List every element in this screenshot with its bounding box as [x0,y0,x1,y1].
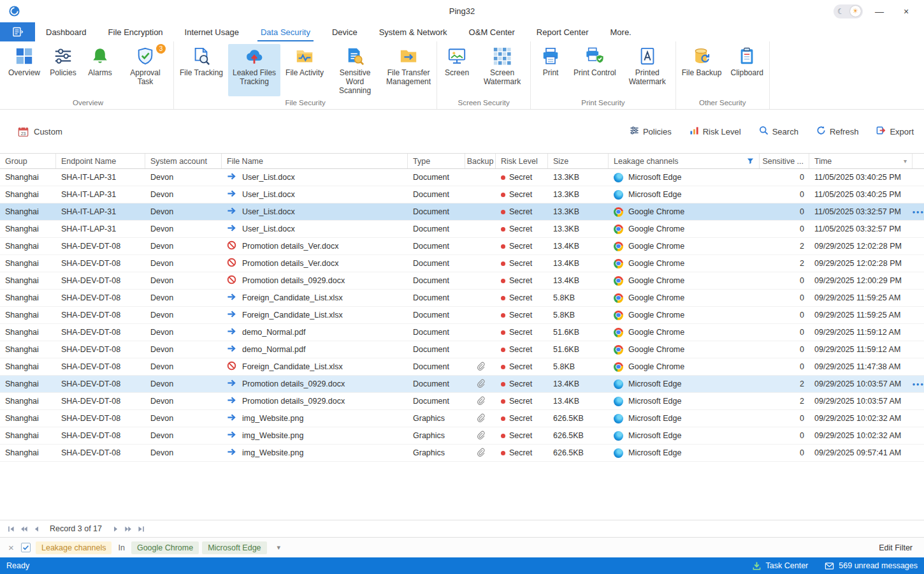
table-row[interactable]: ShanghaiSHA-DEV-DT-08DevonPromotion deta… [0,238,924,255]
column-header-type[interactable]: Type [408,154,465,168]
task-center-button[interactable]: Task Center [752,561,809,571]
table-row[interactable]: ShanghaiSHA-IT-LAP-31DevonUser_List.docx… [0,203,924,221]
table-row[interactable]: ShanghaiSHA-DEV-DT-08DevonPromotion deta… [0,376,924,393]
file-backup-icon [692,47,711,66]
next-fast-icon[interactable] [122,523,134,534]
column-header-group[interactable]: Group [0,154,56,168]
column-header-endpoint-name[interactable]: Endpoint Name [56,154,145,168]
ribbon-button-print-control[interactable]: Print Control [570,44,620,96]
ribbon-button-screen-watermark[interactable]: Screen Watermark [476,44,528,96]
policies-small-icon [630,126,639,137]
policies-button[interactable]: Policies [630,126,672,137]
tab-system-network[interactable]: System & Network [368,22,458,41]
tab-o-m-center[interactable]: O&M Center [458,22,526,41]
cell-leakage-channel: Microsoft Edge [609,445,760,461]
table-row[interactable]: ShanghaiSHA-IT-LAP-31DevonUser_List.docx… [0,221,924,238]
outgoing-arrow-icon [227,430,236,441]
table-row[interactable]: ShanghaiSHA-DEV-DT-08DevonPromotion deta… [0,393,924,410]
filter-field-tag[interactable]: Leakage channels [36,541,112,554]
column-header-leakage-channels[interactable]: Leakage channels [609,154,760,168]
table-empty-area [0,462,924,520]
row-menu-dots[interactable]: ●●● [913,209,924,215]
table-row[interactable]: ShanghaiSHA-IT-LAP-31DevonUser_List.docx… [0,169,924,186]
table-row[interactable]: ShanghaiSHA-DEV-DT-08Devonimg_Website.pn… [0,410,924,427]
column-header-risk-level[interactable]: Risk Level [496,154,548,168]
cell-leakage-channel: Microsoft Edge [609,169,760,186]
table-row[interactable]: ShanghaiSHA-DEV-DT-08Devonimg_Website.pn… [0,445,924,462]
cell-size: 13.3KB [548,169,609,186]
cell-leakage-channel: Google Chrome [609,324,760,341]
row-menu-dots[interactable]: ●●● [913,381,924,387]
prev-page-icon[interactable] [31,523,42,534]
tab-file-encryption[interactable]: File Encryption [97,22,174,41]
tab-device[interactable]: Device [321,22,368,41]
column-header-backup[interactable]: Backup [465,154,496,168]
ribbon-button-sensitive-word-scanning[interactable]: Sensitive Word Scanning [329,44,381,96]
close-button[interactable]: × [896,3,916,20]
search-button[interactable]: Search [759,126,798,137]
column-header-size[interactable]: Size [548,154,609,168]
ribbon-button-approval-task[interactable]: Approval Task3 [119,44,171,96]
ribbon-button-file-transfer-management[interactable]: File Transfer Management [382,44,435,96]
ribbon-button-label: Print [543,68,559,77]
edit-filter-button[interactable]: Edit Filter [879,543,918,552]
table-row[interactable]: ShanghaiSHA-DEV-DT-08Devonimg_Website.pn… [0,427,924,445]
cell-backup [465,169,496,186]
ribbon-group-other-security: File BackupClipboardOther Security [676,41,770,109]
ribbon-button-overview[interactable]: Overview [4,44,44,96]
filter-dropdown-caret-icon[interactable]: ▾ [277,543,281,552]
table-row[interactable]: ShanghaiSHA-DEV-DT-08DevonForeign_Candid… [0,290,924,307]
minimize-button[interactable]: — [869,3,890,20]
tab-dashboard[interactable]: Dashboard [35,22,97,41]
tab-data-security[interactable]: Data Security [250,22,321,41]
filter-funnel-icon[interactable] [747,158,754,165]
export-button[interactable]: Export [876,126,914,137]
ribbon-button-screen[interactable]: Screen [439,44,475,96]
task-center-icon [752,561,762,571]
custom-label: Custom [34,127,62,136]
prev-fast-icon[interactable] [18,523,29,534]
column-filter-caret-icon[interactable]: ▾ [904,158,907,165]
ribbon-button-leaked-files-tracking[interactable]: Leaked Files Tracking [228,44,280,96]
column-header-file-name[interactable]: File Name [222,154,408,168]
table-row[interactable]: ShanghaiSHA-DEV-DT-08DevonForeign_Candid… [0,358,924,376]
column-header-system-account[interactable]: System account [145,154,222,168]
ribbon-button-print[interactable]: Print [533,44,568,96]
table-row[interactable]: ShanghaiSHA-DEV-DT-08Devondemo_Normal.pd… [0,324,924,341]
tab-internet-usage[interactable]: Internet Usage [174,22,250,41]
file-transfer-management-icon [399,47,418,66]
ribbon-button-alarms[interactable]: Alarms [82,44,118,96]
refresh-button[interactable]: Refresh [816,126,859,137]
theme-toggle[interactable]: ☾ ☀ [834,4,863,18]
first-page-icon[interactable] [5,523,17,534]
column-header-time[interactable]: Time ▾ [809,154,913,168]
cell-endpoint-name: SHA-DEV-DT-08 [56,445,145,461]
tab-more[interactable]: More. [600,22,642,41]
ribbon-button-policies[interactable]: Policies [45,44,81,96]
custom-date-range-button[interactable]: 23 Custom [18,126,62,137]
table-row[interactable]: ShanghaiSHA-DEV-DT-08DevonPromotion deta… [0,272,924,290]
ribbon-button-printed-watermark[interactable]: Printed Watermark [621,44,674,96]
table-row[interactable]: ShanghaiSHA-IT-LAP-31DevonUser_List.docx… [0,186,924,203]
ribbon-button-file-tracking[interactable]: File Tracking [176,44,227,96]
remove-filter-icon[interactable]: × [6,543,16,552]
ribbon-button-file-backup[interactable]: File Backup [678,44,726,96]
main-menu-button[interactable] [0,22,35,41]
ribbon-button-clipboard[interactable]: Clipboard [726,44,767,96]
table-row[interactable]: ShanghaiSHA-DEV-DT-08Devondemo_Normal.pd… [0,341,924,358]
filter-enabled-checkbox[interactable] [21,543,31,552]
next-page-icon[interactable] [110,523,121,534]
filter-value-tag[interactable]: Microsoft Edge [202,541,266,554]
cell-size: 13.4KB [548,238,609,254]
last-page-icon[interactable] [135,523,147,534]
ribbon-button-file-activity[interactable]: File Activity [282,44,328,96]
tab-report-center[interactable]: Report Center [526,22,600,41]
table-row[interactable]: ShanghaiSHA-DEV-DT-08DevonPromotion deta… [0,255,924,272]
column-header-sensitive[interactable]: Sensitive ... [760,154,809,168]
cell-endpoint-name: SHA-DEV-DT-08 [56,255,145,272]
table-row[interactable]: ShanghaiSHA-DEV-DT-08DevonForeign_Candid… [0,307,924,324]
risk-level-button[interactable]: Risk Level [689,126,741,137]
filter-value-tag[interactable]: Google Chrome [131,541,199,554]
file-tracking-icon [192,47,211,66]
unread-messages-button[interactable]: 569 unread messages [825,561,918,571]
